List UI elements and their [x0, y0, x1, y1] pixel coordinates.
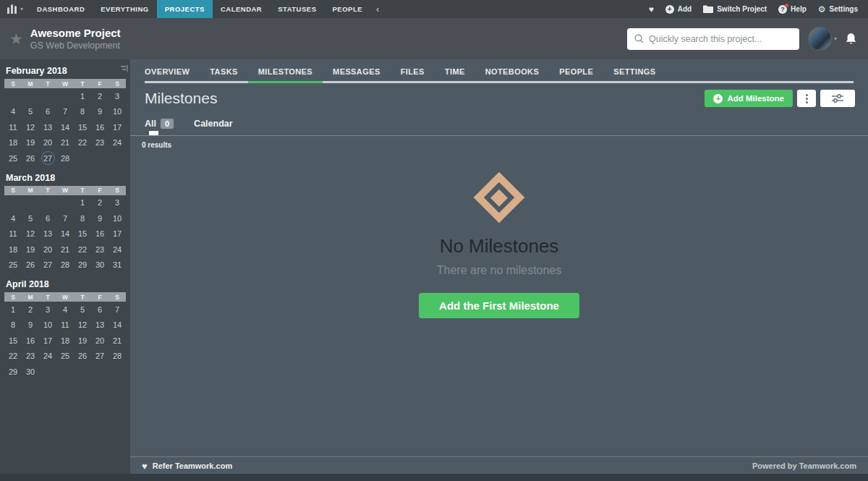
sidebar-pin-icon[interactable]: [120, 62, 128, 75]
calendar-day[interactable]: 16: [22, 333, 39, 349]
nav-item-everything[interactable]: EVERYTHING: [93, 0, 156, 18]
add-button[interactable]: + Add: [665, 5, 692, 14]
calendar-day[interactable]: 25: [56, 349, 74, 365]
search-input[interactable]: [649, 34, 792, 44]
add-first-milestone-button[interactable]: Add the First Milestone: [419, 293, 579, 318]
more-options-button[interactable]: [797, 90, 816, 107]
calendar-day[interactable]: 11: [56, 318, 74, 333]
calendar-day[interactable]: 26: [74, 349, 91, 365]
project-star-icon[interactable]: ★: [9, 30, 23, 48]
filter-options-button[interactable]: [820, 90, 855, 107]
calendar-day[interactable]: 21: [56, 242, 74, 257]
favorite-heart-button[interactable]: ♥: [649, 4, 654, 14]
calendar-day[interactable]: 17: [109, 119, 126, 135]
calendar-day[interactable]: 13: [39, 119, 56, 135]
calendar-day[interactable]: 1: [74, 195, 91, 211]
tab-time[interactable]: TIME: [445, 59, 465, 83]
calendar-day[interactable]: 15: [74, 119, 91, 135]
calendar-day[interactable]: 23: [22, 349, 39, 365]
calendar-day[interactable]: 9: [91, 210, 109, 226]
calendar-day[interactable]: 2: [91, 195, 109, 211]
tab-milestones[interactable]: MILESTONES: [258, 59, 312, 83]
nav-collapse-chevron[interactable]: ‹: [370, 0, 385, 18]
subtab-all[interactable]: All 0: [145, 119, 174, 129]
tab-settings[interactable]: SETTINGS: [613, 59, 655, 83]
calendar-day[interactable]: 10: [109, 210, 126, 226]
calendar-day[interactable]: 14: [56, 226, 74, 242]
calendar-day[interactable]: 3: [39, 302, 56, 318]
calendar-day[interactable]: 22: [4, 349, 22, 365]
calendar-day[interactable]: 3: [109, 88, 126, 104]
calendar-day[interactable]: 17: [39, 333, 56, 349]
nav-item-dashboard[interactable]: DASHBOARD: [29, 0, 93, 18]
calendar-day[interactable]: 25: [4, 257, 22, 273]
calendar-day[interactable]: 23: [91, 242, 109, 257]
calendar-day[interactable]: 29: [74, 257, 91, 273]
calendar-day[interactable]: 4: [4, 210, 22, 226]
calendar-day[interactable]: 3: [109, 195, 126, 211]
calendar-day[interactable]: 19: [22, 242, 39, 257]
app-logo[interactable]: ▾: [0, 0, 29, 18]
tab-overview[interactable]: OVERVIEW: [145, 59, 190, 83]
calendar-day[interactable]: 31: [109, 257, 126, 273]
calendar-day[interactable]: 7: [56, 104, 74, 120]
calendar-day[interactable]: 12: [74, 318, 91, 333]
tab-messages[interactable]: MESSAGES: [333, 59, 380, 83]
calendar-day[interactable]: 20: [39, 242, 56, 257]
calendar-day[interactable]: 13: [39, 226, 56, 242]
calendar-day[interactable]: 4: [56, 302, 74, 318]
calendar-day[interactable]: 24: [109, 242, 126, 257]
switch-project-button[interactable]: Switch Project: [703, 5, 767, 13]
nav-item-projects[interactable]: PROJECTS: [157, 0, 213, 18]
user-avatar[interactable]: [808, 27, 832, 51]
calendar-day[interactable]: 24: [39, 349, 56, 365]
nav-item-statuses[interactable]: STATUSES: [270, 0, 324, 18]
calendar-day[interactable]: 8: [4, 318, 22, 333]
calendar-day[interactable]: 6: [39, 210, 56, 226]
calendar-day[interactable]: 4: [4, 104, 22, 120]
calendar-day[interactable]: 2: [91, 88, 109, 104]
add-milestone-button[interactable]: + Add Milestone: [705, 90, 793, 107]
calendar-day[interactable]: 30: [91, 257, 109, 273]
subtab-calendar[interactable]: Calendar: [194, 119, 233, 129]
calendar-day[interactable]: 12: [22, 119, 39, 135]
calendar-day[interactable]: 10: [39, 318, 56, 333]
calendar-day[interactable]: 12: [22, 226, 39, 242]
calendar-day[interactable]: 24: [109, 135, 126, 151]
refer-link[interactable]: ♥ Refer Teamwork.com: [142, 461, 232, 472]
calendar-day[interactable]: 5: [22, 210, 39, 226]
calendar-day[interactable]: 18: [4, 242, 22, 257]
tab-people[interactable]: PEOPLE: [559, 59, 593, 83]
calendar-day[interactable]: 14: [109, 318, 126, 333]
calendar-day[interactable]: 28: [56, 150, 74, 166]
calendar-day[interactable]: 7: [109, 302, 126, 318]
help-button[interactable]: ? Help: [778, 5, 807, 14]
calendar-day[interactable]: 5: [74, 302, 91, 318]
calendar-day[interactable]: 26: [22, 150, 39, 166]
calendar-day[interactable]: 13: [91, 318, 109, 333]
calendar-day[interactable]: 11: [4, 119, 22, 135]
nav-item-people[interactable]: PEOPLE: [324, 0, 370, 18]
calendar-day[interactable]: 15: [74, 226, 91, 242]
calendar-day[interactable]: 28: [56, 257, 74, 273]
calendar-day[interactable]: 26: [22, 257, 39, 273]
calendar-day[interactable]: 21: [56, 135, 74, 151]
calendar-day[interactable]: 10: [109, 104, 126, 120]
tab-tasks[interactable]: TASKS: [210, 59, 237, 83]
project-search[interactable]: [627, 28, 799, 50]
calendar-day[interactable]: 20: [39, 135, 56, 151]
calendar-day[interactable]: 29: [4, 364, 22, 380]
calendar-day[interactable]: 30: [22, 364, 39, 380]
calendar-day[interactable]: 5: [22, 104, 39, 120]
calendar-day[interactable]: 16: [91, 119, 109, 135]
calendar-day[interactable]: 20: [91, 333, 109, 349]
calendar-day[interactable]: 16: [91, 226, 109, 242]
calendar-day[interactable]: 1: [4, 302, 22, 318]
tab-files[interactable]: FILES: [401, 59, 425, 83]
calendar-day[interactable]: 11: [4, 226, 22, 242]
calendar-day[interactable]: 21: [109, 333, 126, 349]
calendar-day[interactable]: 18: [56, 333, 74, 349]
calendar-day[interactable]: 2: [22, 302, 39, 318]
calendar-day[interactable]: 7: [56, 210, 74, 226]
calendar-day[interactable]: 18: [4, 135, 22, 151]
